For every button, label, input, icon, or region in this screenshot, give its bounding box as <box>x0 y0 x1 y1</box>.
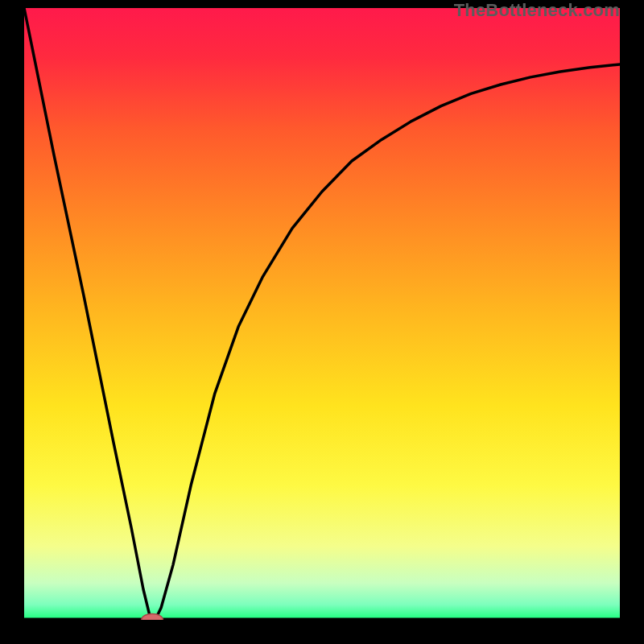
chart-frame: TheBottleneck.com <box>0 0 644 644</box>
gradient-background <box>24 8 620 620</box>
plot-area <box>24 8 620 620</box>
watermark-text: TheBottleneck.com <box>454 0 620 21</box>
plot-svg <box>24 8 620 620</box>
